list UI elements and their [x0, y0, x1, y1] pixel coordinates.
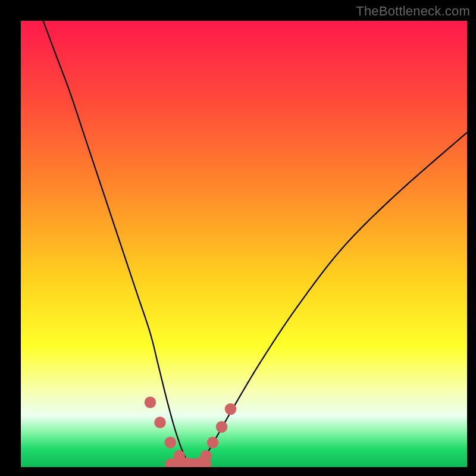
watermark-label: TheBottleneck.com: [356, 4, 470, 19]
chart-stage: TheBottleneck.com: [0, 0, 476, 476]
bottleneck-curve-plot: [21, 21, 467, 467]
